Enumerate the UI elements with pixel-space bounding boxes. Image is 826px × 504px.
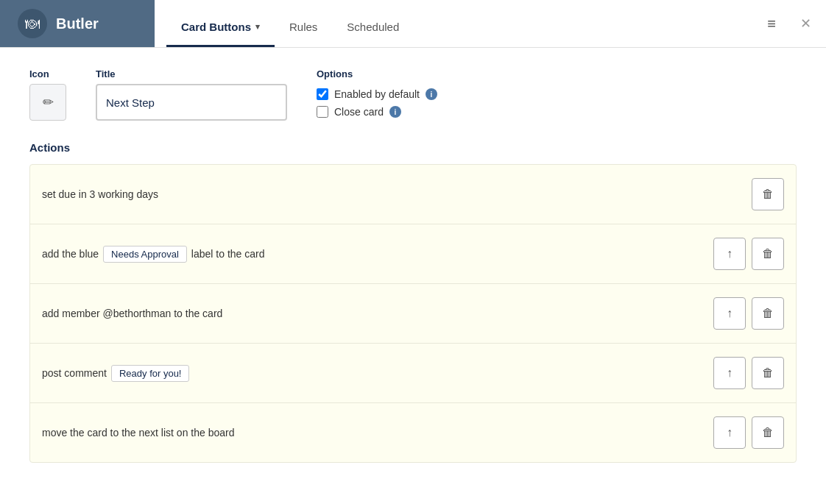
trash-icon: 🗑 (762, 247, 774, 260)
tab-rules[interactable]: Rules (275, 6, 332, 47)
brand-area: 🍽 Butler (0, 0, 155, 47)
close-card-label: Close card (334, 106, 384, 118)
close-card-info-icon[interactable]: i (389, 106, 401, 118)
icon-symbol: ✏ (43, 94, 54, 110)
action-4-text: post comment Ready for you! (42, 365, 707, 382)
table-row: set due in 3 working days 🗑 (30, 165, 796, 224)
title-input[interactable] (96, 84, 287, 121)
action-4-delete-button[interactable]: 🗑 (752, 357, 784, 389)
up-arrow-icon: ↑ (727, 366, 733, 380)
actions-heading: Actions (29, 141, 797, 154)
action-3-buttons: ↑ 🗑 (713, 297, 784, 330)
action-1-text: set due in 3 working days (42, 188, 746, 200)
up-arrow-icon: ↑ (727, 307, 733, 320)
table-row: move the card to the next list on the bo… (30, 403, 796, 462)
action-5-delete-button[interactable]: 🗑 (752, 416, 784, 449)
close-button[interactable]: ✕ (791, 9, 820, 38)
title-field-group: Title (96, 68, 287, 121)
tab-card-buttons[interactable]: Card Buttons ▾ (166, 6, 275, 47)
trash-icon: 🗑 (762, 307, 774, 320)
action-4-pill: Ready for you! (111, 365, 190, 382)
up-arrow-icon: ↑ (727, 426, 733, 439)
action-2-text: add the blue Needs Approval label to the… (42, 246, 707, 263)
form-row: Icon ✏ Title Options Enabled by default … (29, 68, 797, 121)
trash-icon: 🗑 (762, 188, 774, 201)
action-2-up-button[interactable]: ↑ (713, 238, 746, 270)
option-enabled: Enabled by default i (317, 88, 437, 100)
action-1-buttons: 🗑 (752, 178, 784, 210)
action-2-delete-button[interactable]: 🗑 (752, 238, 784, 270)
close-card-checkbox[interactable] (317, 106, 328, 118)
action-2-pill: Needs Approval (103, 246, 187, 263)
option-close-card: Close card i (317, 106, 437, 118)
butler-icon: 🍽 (18, 9, 47, 38)
trash-icon: 🗑 (762, 426, 774, 439)
action-3-text: add member @bethorthman to the card (42, 308, 707, 319)
card-buttons-dropdown-icon[interactable]: ▾ (255, 22, 260, 32)
action-4-buttons: ↑ 🗑 (713, 357, 784, 389)
options-label: Options (317, 68, 437, 79)
actions-list: set due in 3 working days 🗑 add the blue… (29, 164, 797, 463)
action-4-up-button[interactable]: ↑ (713, 357, 746, 389)
icon-field-group: Icon ✏ (29, 68, 66, 121)
butler-panel: 🍽 Butler Card Buttons ▾ Rules Scheduled … (0, 0, 826, 504)
action-1-delete-button[interactable]: 🗑 (752, 178, 784, 210)
icon-label: Icon (29, 68, 49, 79)
title-label: Title (96, 68, 116, 79)
up-arrow-icon: ↑ (727, 247, 733, 260)
enabled-info-icon[interactable]: i (426, 88, 437, 100)
action-3-up-button[interactable]: ↑ (713, 297, 746, 330)
tab-scheduled[interactable]: Scheduled (332, 6, 414, 47)
main-content: Icon ✏ Title Options Enabled by default … (0, 48, 826, 504)
table-row: add the blue Needs Approval label to the… (30, 224, 796, 284)
table-row: post comment Ready for you! ↑ 🗑 (30, 344, 796, 403)
brand-name: Butler (56, 15, 99, 32)
action-5-buttons: ↑ 🗑 (713, 416, 784, 449)
settings-icon[interactable]: ≡ (752, 0, 791, 47)
enabled-label: Enabled by default (334, 88, 420, 100)
nav-tabs: Card Buttons ▾ Rules Scheduled (155, 0, 752, 47)
action-5-up-button[interactable]: ↑ (713, 416, 746, 449)
action-2-buttons: ↑ 🗑 (713, 238, 784, 270)
options-group: Options Enabled by default i Close card … (317, 68, 437, 118)
header: 🍽 Butler Card Buttons ▾ Rules Scheduled … (0, 0, 826, 48)
action-3-delete-button[interactable]: 🗑 (752, 297, 784, 330)
trash-icon: 🗑 (762, 366, 774, 380)
action-5-text: move the card to the next list on the bo… (42, 427, 707, 439)
icon-picker-button[interactable]: ✏ (29, 84, 66, 121)
enabled-checkbox[interactable] (317, 88, 328, 100)
table-row: add member @bethorthman to the card ↑ 🗑 (30, 284, 796, 344)
